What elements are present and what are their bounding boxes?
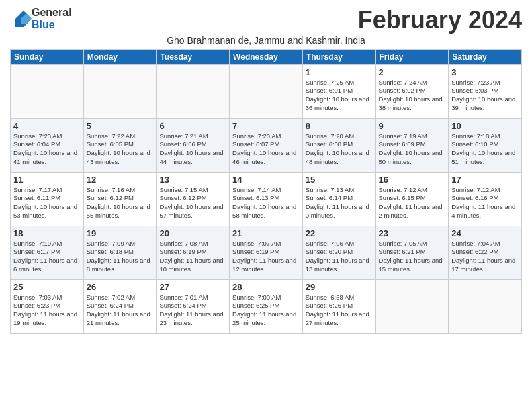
day-number: 11 <box>13 175 81 185</box>
subtitle: Gho Brahmanan de, Jammu and Kashmir, Ind… <box>10 35 522 46</box>
day-number: 23 <box>379 228 446 238</box>
day-number: 1 <box>306 67 373 77</box>
day-number: 14 <box>232 175 300 185</box>
day-info: Sunrise: 6:58 AM Sunset: 6:26 PM Dayligh… <box>306 293 373 328</box>
page-container: General Blue February 2024 Gho Brahmanan… <box>0 0 532 337</box>
day-info: Sunrise: 7:03 AM Sunset: 6:23 PM Dayligh… <box>13 293 81 328</box>
table-row: 19Sunrise: 7:09 AM Sunset: 6:18 PM Dayli… <box>83 226 157 279</box>
table-row: 17Sunrise: 7:12 AM Sunset: 6:16 PM Dayli… <box>449 172 522 226</box>
day-number: 6 <box>159 121 226 131</box>
table-row: 11Sunrise: 7:17 AM Sunset: 6:11 PM Dayli… <box>11 172 84 226</box>
calendar-week-row: 4Sunrise: 7:23 AM Sunset: 6:04 PM Daylig… <box>11 118 522 172</box>
day-info: Sunrise: 7:04 AM Sunset: 6:22 PM Dayligh… <box>451 240 519 274</box>
day-number: 2 <box>379 67 446 77</box>
table-row: 3Sunrise: 7:23 AM Sunset: 6:03 PM Daylig… <box>449 64 522 118</box>
day-number: 29 <box>306 282 373 292</box>
day-info: Sunrise: 7:20 AM Sunset: 6:07 PM Dayligh… <box>232 132 300 167</box>
table-row: 15Sunrise: 7:13 AM Sunset: 6:14 PM Dayli… <box>302 172 375 226</box>
day-info: Sunrise: 7:07 AM Sunset: 6:19 PM Dayligh… <box>232 240 300 274</box>
logo-row: General Blue <box>10 7 72 30</box>
day-number: 7 <box>232 121 300 131</box>
logo-icon <box>10 9 32 28</box>
table-row: 22Sunrise: 7:06 AM Sunset: 6:20 PM Dayli… <box>302 226 375 279</box>
day-number: 22 <box>306 228 373 238</box>
month-title: February 2024 <box>358 7 522 34</box>
day-info: Sunrise: 7:24 AM Sunset: 6:02 PM Dayligh… <box>379 79 446 113</box>
col-wednesday: Wednesday <box>230 49 303 64</box>
day-number: 3 <box>451 67 519 77</box>
col-thursday: Thursday <box>302 49 375 64</box>
day-info: Sunrise: 7:16 AM Sunset: 6:12 PM Dayligh… <box>87 186 154 220</box>
table-row: 16Sunrise: 7:12 AM Sunset: 6:15 PM Dayli… <box>375 172 449 226</box>
calendar-week-row: 11Sunrise: 7:17 AM Sunset: 6:11 PM Dayli… <box>11 172 522 226</box>
col-monday: Monday <box>83 49 157 64</box>
day-info: Sunrise: 7:12 AM Sunset: 6:16 PM Dayligh… <box>451 186 519 220</box>
table-row: 6Sunrise: 7:21 AM Sunset: 6:06 PM Daylig… <box>157 118 230 172</box>
calendar-table: Sunday Monday Tuesday Wednesday Thursday… <box>10 49 522 334</box>
day-info: Sunrise: 7:21 AM Sunset: 6:06 PM Dayligh… <box>159 132 226 167</box>
table-row: 13Sunrise: 7:15 AM Sunset: 6:12 PM Dayli… <box>157 172 230 226</box>
logo-blue: Blue <box>32 19 72 31</box>
calendar-header-row: Sunday Monday Tuesday Wednesday Thursday… <box>11 49 522 64</box>
day-number: 24 <box>451 228 519 238</box>
day-info: Sunrise: 7:09 AM Sunset: 6:18 PM Dayligh… <box>87 240 154 274</box>
day-info: Sunrise: 7:05 AM Sunset: 6:21 PM Dayligh… <box>379 240 446 274</box>
day-number: 19 <box>87 228 154 238</box>
calendar-week-row: 18Sunrise: 7:10 AM Sunset: 6:17 PM Dayli… <box>11 226 522 279</box>
table-row <box>230 64 303 118</box>
day-number: 28 <box>232 282 300 292</box>
day-number: 8 <box>306 121 373 131</box>
day-info: Sunrise: 7:25 AM Sunset: 6:01 PM Dayligh… <box>306 79 373 113</box>
day-number: 15 <box>306 175 373 185</box>
table-row <box>449 279 522 333</box>
table-row: 4Sunrise: 7:23 AM Sunset: 6:04 PM Daylig… <box>11 118 84 172</box>
table-row: 20Sunrise: 7:08 AM Sunset: 6:19 PM Dayli… <box>157 226 230 279</box>
table-row: 21Sunrise: 7:07 AM Sunset: 6:19 PM Dayli… <box>230 226 303 279</box>
day-number: 21 <box>232 228 300 238</box>
table-row: 5Sunrise: 7:22 AM Sunset: 6:05 PM Daylig… <box>83 118 157 172</box>
table-row: 8Sunrise: 7:20 AM Sunset: 6:08 PM Daylig… <box>302 118 375 172</box>
table-row: 18Sunrise: 7:10 AM Sunset: 6:17 PM Dayli… <box>11 226 84 279</box>
day-number: 26 <box>87 282 154 292</box>
table-row: 24Sunrise: 7:04 AM Sunset: 6:22 PM Dayli… <box>449 226 522 279</box>
table-row <box>157 64 230 118</box>
col-saturday: Saturday <box>449 49 522 64</box>
table-row: 26Sunrise: 7:02 AM Sunset: 6:24 PM Dayli… <box>83 279 157 333</box>
calendar-week-row: 25Sunrise: 7:03 AM Sunset: 6:23 PM Dayli… <box>11 279 522 333</box>
day-info: Sunrise: 7:14 AM Sunset: 6:13 PM Dayligh… <box>232 186 300 220</box>
day-number: 9 <box>379 121 446 131</box>
day-info: Sunrise: 7:19 AM Sunset: 6:09 PM Dayligh… <box>379 132 446 167</box>
day-info: Sunrise: 7:02 AM Sunset: 6:24 PM Dayligh… <box>87 293 154 328</box>
col-tuesday: Tuesday <box>157 49 230 64</box>
day-number: 27 <box>159 282 226 292</box>
day-number: 12 <box>87 175 154 185</box>
day-info: Sunrise: 7:13 AM Sunset: 6:14 PM Dayligh… <box>306 186 373 220</box>
logo-general: General <box>32 7 72 19</box>
table-row: 2Sunrise: 7:24 AM Sunset: 6:02 PM Daylig… <box>375 64 449 118</box>
day-info: Sunrise: 7:06 AM Sunset: 6:20 PM Dayligh… <box>306 240 373 274</box>
col-friday: Friday <box>375 49 449 64</box>
day-info: Sunrise: 7:10 AM Sunset: 6:17 PM Dayligh… <box>13 240 81 274</box>
day-info: Sunrise: 7:12 AM Sunset: 6:15 PM Dayligh… <box>379 186 446 220</box>
table-row: 27Sunrise: 7:01 AM Sunset: 6:24 PM Dayli… <box>157 279 230 333</box>
table-row: 25Sunrise: 7:03 AM Sunset: 6:23 PM Dayli… <box>11 279 84 333</box>
day-info: Sunrise: 7:15 AM Sunset: 6:12 PM Dayligh… <box>159 186 226 220</box>
table-row <box>83 64 157 118</box>
logo-text: General Blue <box>32 7 72 30</box>
table-row <box>375 279 449 333</box>
day-number: 17 <box>451 175 519 185</box>
table-row: 12Sunrise: 7:16 AM Sunset: 6:12 PM Dayli… <box>83 172 157 226</box>
table-row: 9Sunrise: 7:19 AM Sunset: 6:09 PM Daylig… <box>375 118 449 172</box>
table-row: 14Sunrise: 7:14 AM Sunset: 6:13 PM Dayli… <box>230 172 303 226</box>
day-number: 4 <box>13 121 81 131</box>
col-sunday: Sunday <box>11 49 84 64</box>
day-number: 16 <box>379 175 446 185</box>
table-row <box>11 64 84 118</box>
day-info: Sunrise: 7:08 AM Sunset: 6:19 PM Dayligh… <box>159 240 226 274</box>
day-info: Sunrise: 7:22 AM Sunset: 6:05 PM Dayligh… <box>87 132 154 167</box>
day-number: 13 <box>159 175 226 185</box>
day-number: 18 <box>13 228 81 238</box>
day-info: Sunrise: 7:23 AM Sunset: 6:04 PM Dayligh… <box>13 132 81 167</box>
day-info: Sunrise: 7:18 AM Sunset: 6:10 PM Dayligh… <box>451 132 519 167</box>
table-row: 1Sunrise: 7:25 AM Sunset: 6:01 PM Daylig… <box>302 64 375 118</box>
